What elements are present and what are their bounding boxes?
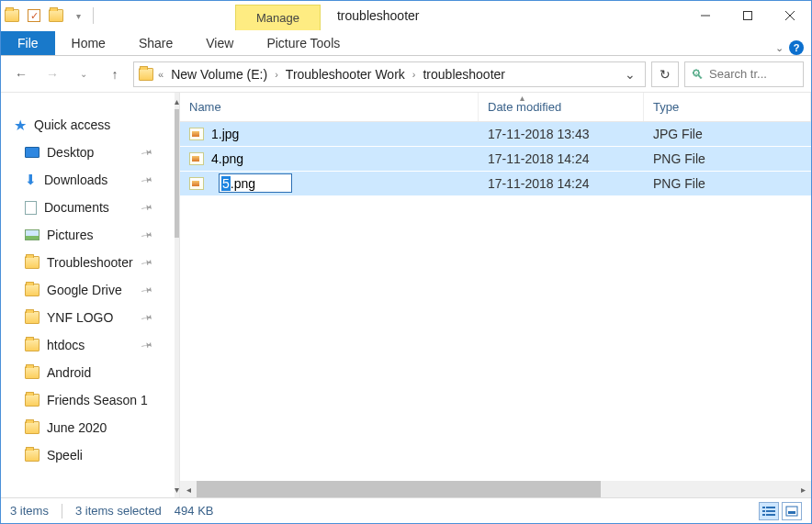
- scroll-right-icon[interactable]: ▸: [795, 481, 811, 497]
- scroll-left-icon[interactable]: ◂: [180, 481, 197, 497]
- file-date: 17-11-2018 13:43: [479, 127, 644, 141]
- sidebar-item[interactable]: Friends Season 1: [1, 386, 175, 414]
- crumb-overflow-icon[interactable]: «: [156, 69, 165, 80]
- sidebar-item-label: htdocs: [47, 338, 85, 352]
- search-icon: 🔍︎: [691, 67, 704, 82]
- svg-rect-9: [766, 514, 775, 516]
- hscroll-thumb[interactable]: [197, 481, 601, 497]
- help-icon[interactable]: ?: [789, 40, 804, 55]
- view-thumbnails-button[interactable]: [782, 502, 802, 520]
- ribbon-expand-icon[interactable]: ⌄: [775, 42, 784, 54]
- sort-indicator-icon: ▴: [520, 93, 524, 103]
- pin-icon: 📌︎: [138, 171, 155, 189]
- search-input[interactable]: [709, 67, 792, 81]
- svg-rect-5: [766, 507, 775, 508]
- column-date[interactable]: Date modified: [479, 93, 644, 121]
- new-folder-icon[interactable]: [45, 1, 67, 30]
- folder-icon: [25, 311, 39, 324]
- pin-icon: 📌︎: [138, 143, 155, 162]
- address-bar[interactable]: « New Volume (E:) › Troubleshooter Work …: [133, 61, 646, 87]
- maximize-button[interactable]: [727, 1, 769, 30]
- sidebar-item-label: Android: [47, 365, 91, 380]
- scroll-thumb[interactable]: [175, 109, 179, 238]
- refresh-button[interactable]: ↻: [651, 61, 679, 87]
- svg-rect-7: [766, 510, 775, 512]
- qat-dropdown-icon[interactable]: ▾: [67, 1, 89, 30]
- sidebar-item-label: June 2020: [47, 420, 107, 435]
- file-name: 1.jpg: [211, 127, 239, 141]
- svg-rect-4: [762, 507, 765, 508]
- back-button[interactable]: ←: [8, 61, 34, 87]
- file-date: 17-11-2018 14:24: [479, 151, 644, 166]
- recent-locations-icon[interactable]: ⌄: [71, 61, 96, 87]
- status-size: 494 KB: [175, 504, 214, 518]
- chevron-right-icon[interactable]: ›: [273, 69, 280, 80]
- svg-rect-8: [762, 514, 765, 516]
- properties-icon[interactable]: ✓: [23, 1, 45, 30]
- sidebar-item[interactable]: ⬇Downloads📌︎: [1, 166, 175, 194]
- sidebar-item[interactable]: Documents📌︎: [1, 194, 175, 221]
- folder-icon: [25, 421, 39, 434]
- scroll-down-icon[interactable]: ▾: [175, 481, 179, 497]
- crumb-folder-1[interactable]: Troubleshooter Work: [282, 67, 409, 82]
- tab-home[interactable]: Home: [55, 31, 122, 55]
- sidebar-item[interactable]: Pictures📌︎: [1, 221, 175, 249]
- file-type: PNG File: [644, 151, 811, 166]
- title-bar: ✓ ▾ Manage troubleshooter: [1, 1, 811, 30]
- sidebar-item-label: Desktop: [47, 145, 94, 160]
- crumb-volume[interactable]: New Volume (E:): [167, 67, 271, 82]
- sidebar-item[interactable]: Speeli: [1, 441, 175, 469]
- sidebar-item[interactable]: YNF LOGO📌︎: [1, 304, 175, 331]
- status-selection: 3 items selected: [75, 504, 162, 518]
- crumb-folder-2[interactable]: troubleshooter: [419, 67, 509, 82]
- file-list: ▴ Name Date modified Type 1.jpg17-11-201…: [180, 93, 811, 497]
- sidebar-item-label: Google Drive: [47, 283, 122, 297]
- sidebar-item-label: Pictures: [47, 228, 94, 242]
- file-type: PNG File: [644, 176, 811, 191]
- sidebar-item-label: Documents: [44, 200, 109, 215]
- sidebar-item[interactable]: Android: [1, 359, 175, 386]
- sidebar-item-label: Downloads: [44, 173, 107, 187]
- tab-picture-tools[interactable]: Picture Tools: [250, 31, 356, 55]
- svg-rect-1: [744, 12, 752, 20]
- minimize-button[interactable]: [684, 1, 727, 30]
- horizontal-scrollbar[interactable]: ◂ ▸: [180, 481, 811, 497]
- folder-icon: [25, 339, 39, 351]
- file-row[interactable]: 1.jpg17-11-2018 13:43JPG File: [180, 122, 811, 147]
- sidebar-item[interactable]: Desktop📌︎: [1, 139, 175, 166]
- navigation-pane: ★ Quick access Desktop📌︎⬇Downloads📌︎Docu…: [1, 93, 180, 497]
- chevron-right-icon[interactable]: ›: [411, 69, 418, 80]
- folder-icon: [25, 256, 39, 269]
- folder-icon: [25, 366, 39, 379]
- scroll-up-icon[interactable]: ▴: [175, 93, 179, 109]
- sidebar-item-label: Friends Season 1: [47, 393, 148, 407]
- address-folder-icon: [139, 68, 153, 81]
- forward-button[interactable]: →: [39, 61, 65, 87]
- up-button[interactable]: ↑: [102, 61, 128, 87]
- navigation-toolbar: ← → ⌄ ↑ « New Volume (E:) › Troubleshoot…: [1, 56, 811, 93]
- search-box[interactable]: 🔍︎: [684, 61, 804, 87]
- navpane-scrollbar[interactable]: ▴ ▾: [175, 93, 179, 497]
- sidebar-item[interactable]: htdocs📌︎: [1, 331, 175, 359]
- sidebar-item[interactable]: June 2020: [1, 414, 175, 441]
- quick-access-header[interactable]: ★ Quick access: [1, 111, 175, 139]
- sidebar-item[interactable]: Troubleshooter📌︎: [1, 249, 175, 276]
- contextual-tab-label: Manage: [235, 5, 321, 30]
- rename-input[interactable]: 5.png: [219, 173, 292, 193]
- image-file-icon: [189, 152, 204, 165]
- column-name[interactable]: Name: [180, 93, 479, 121]
- folder-icon: [1, 1, 23, 30]
- tab-share[interactable]: Share: [122, 31, 189, 55]
- close-button[interactable]: [769, 1, 811, 30]
- column-type[interactable]: Type: [644, 93, 811, 121]
- address-dropdown-icon[interactable]: ⌄: [619, 67, 641, 82]
- quick-access-label: Quick access: [34, 117, 110, 132]
- svg-rect-11: [788, 511, 795, 514]
- pic-icon: [25, 229, 39, 240]
- sidebar-item[interactable]: Google Drive📌︎: [1, 276, 175, 304]
- file-tab[interactable]: File: [1, 31, 55, 55]
- file-row[interactable]: 5.png17-11-2018 14:24PNG File: [180, 172, 811, 196]
- tab-view[interactable]: View: [189, 31, 250, 55]
- file-row[interactable]: 4.png17-11-2018 14:24PNG File: [180, 147, 811, 172]
- view-details-button[interactable]: [759, 502, 779, 520]
